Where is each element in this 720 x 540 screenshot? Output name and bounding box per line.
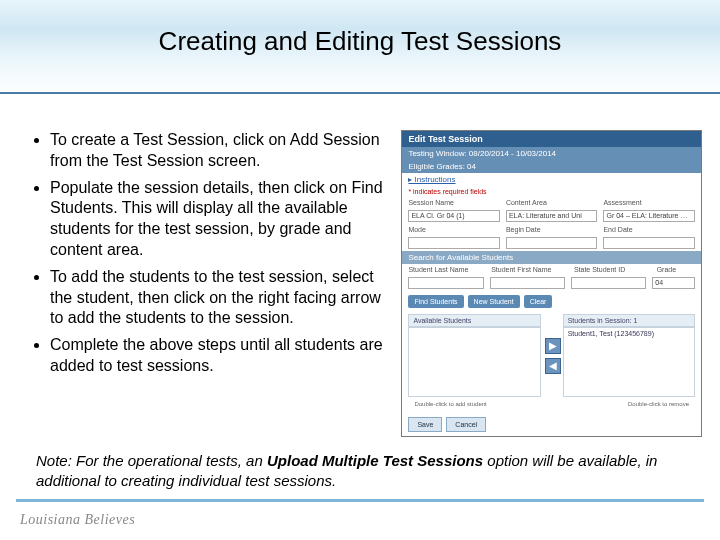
label-student-id: State Student ID [574,266,651,273]
save-button[interactable]: Save [408,417,442,432]
hint-remove: Double-click to remove [555,401,695,411]
arrow-left-icon[interactable]: ◀ [545,358,561,374]
label-first-name: Student First Name [491,266,568,273]
required-note: * indicates required fields [402,186,701,197]
header-divider [0,92,720,94]
app-screenshot: Edit Test Session Testing Window: 08/20/… [395,130,702,468]
input-assessment[interactable]: Gr 04 – ELA: Literature … [603,210,695,222]
clear-button[interactable]: Clear [524,295,553,308]
new-student-button[interactable]: New Student [468,295,520,308]
label-content-area: Content Area [506,199,598,206]
label-assessment: Assessment [603,199,695,206]
label-mode: Mode [408,226,500,233]
footer-brand: Louisiana Believes [20,512,135,528]
eligible-grades-band: Eligible Grades: 04 [402,160,701,173]
instructions-link[interactable]: ▸ Instructions [402,173,701,186]
arrow-right-icon[interactable]: ▶ [545,338,561,354]
testing-window-band: Testing Window: 08/20/2014 - 10/03/2014 [402,147,701,160]
bullet-2: Populate the session details, then click… [50,178,395,261]
available-students-header: Available Students [408,314,540,327]
input-begin-date[interactable] [506,237,598,249]
bullet-4: Complete the above steps until all stude… [50,335,395,377]
note-prefix: Note: For the operational tests, an [36,452,267,469]
input-last-name[interactable] [408,277,483,289]
available-students-list[interactable] [408,327,540,397]
label-grade: Grade [657,266,695,273]
footer-divider [16,499,704,502]
search-section-header: Search for Available Students [402,251,701,264]
hint-add: Double-click to add student [408,401,548,411]
note-text: Note: For the operational tests, an Uplo… [36,451,684,490]
label-session-name: Session Name [408,199,500,206]
find-students-button[interactable]: Find Students [408,295,463,308]
cancel-button[interactable]: Cancel [446,417,486,432]
note-bold: Upload Multiple Test Sessions [267,452,483,469]
bullet-3: To add the students to the test session,… [50,267,395,329]
window-title: Edit Test Session [402,131,701,147]
input-mode[interactable] [408,237,500,249]
label-end-date: End Date [603,226,695,233]
input-content-area[interactable]: ELA: Literature and Uni [506,210,598,222]
label-begin-date: Begin Date [506,226,598,233]
input-student-id[interactable] [571,277,646,289]
label-last-name: Student Last Name [408,266,485,273]
instruction-list: To create a Test Session, click on Add S… [28,130,395,468]
input-end-date[interactable] [603,237,695,249]
page-title: Creating and Editing Test Sessions [0,26,720,57]
input-session-name[interactable]: ELA Cl. Gr 04 (1) [408,210,500,222]
input-grade[interactable]: 04 [652,277,695,289]
session-students-header: Students in Session: 1 [563,314,695,327]
input-first-name[interactable] [490,277,565,289]
session-students-list[interactable]: Student1, Test (123456789) [563,327,695,397]
bullet-1: To create a Test Session, click on Add S… [50,130,395,172]
